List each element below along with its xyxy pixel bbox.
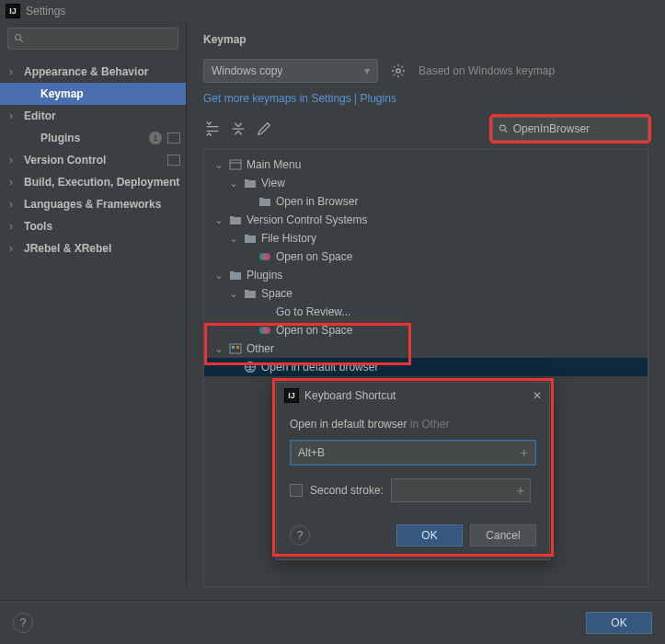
help-button[interactable]: ? bbox=[290, 525, 310, 546]
dialog-action-context: in Other bbox=[410, 418, 450, 431]
globe-icon bbox=[243, 360, 258, 374]
sidebar-item-editor[interactable]: ›Editor bbox=[0, 105, 186, 127]
keymap-search-field[interactable] bbox=[513, 122, 642, 135]
folder-icon bbox=[258, 194, 272, 209]
tree-row-label: View bbox=[261, 177, 285, 190]
tree-row-label: File History bbox=[261, 232, 316, 245]
svg-rect-22 bbox=[236, 346, 239, 349]
tree-row-label: Plugins bbox=[247, 269, 282, 282]
based-on-text: Based on Windows keymap bbox=[418, 64, 555, 77]
other-icon bbox=[228, 341, 243, 356]
svg-rect-20 bbox=[230, 344, 241, 353]
second-stroke-input[interactable]: + bbox=[391, 478, 531, 502]
space-icon bbox=[258, 323, 272, 338]
search-icon bbox=[499, 123, 510, 135]
tree-row-version-control-systems[interactable]: ⌄Version Control Systems bbox=[204, 211, 648, 229]
gear-icon[interactable] bbox=[391, 63, 406, 78]
tree-row-view[interactable]: ⌄View bbox=[204, 174, 648, 192]
page-title: Keymap bbox=[203, 33, 648, 46]
tree-row-other[interactable]: ⌄Other bbox=[204, 339, 648, 358]
app-icon: IJ bbox=[284, 388, 299, 403]
chevron-right-icon: › bbox=[9, 242, 18, 255]
svg-line-10 bbox=[402, 66, 403, 67]
sidebar-item-plugins[interactable]: Plugins1 bbox=[0, 127, 186, 149]
modified-tag-icon bbox=[167, 132, 180, 144]
titlebar: IJ Settings bbox=[0, 0, 665, 22]
panel-icon bbox=[228, 157, 243, 172]
dialog-title: Keyboard Shortcut bbox=[304, 389, 396, 402]
tree-row-space[interactable]: ⌄Space bbox=[204, 284, 648, 303]
search-icon bbox=[14, 33, 25, 44]
sidebar-item-build-execution-deployment[interactable]: ›Build, Execution, Deployment bbox=[0, 171, 186, 193]
keymap-search-input[interactable] bbox=[492, 117, 648, 141]
sidebar-item-label: Tools bbox=[24, 220, 180, 233]
chevron-down-icon: ▾ bbox=[364, 64, 370, 77]
folder-icon bbox=[228, 268, 243, 282]
tree-row-open-in-default-browser[interactable]: Open in default browser bbox=[204, 358, 648, 376]
first-stroke-input[interactable]: Alt+B + bbox=[290, 440, 536, 466]
svg-line-8 bbox=[402, 75, 403, 75]
chevron-right-icon: › bbox=[9, 198, 18, 211]
window-title: Settings bbox=[26, 5, 65, 17]
sidebar-item-label: Version Control bbox=[24, 154, 166, 167]
svg-point-19 bbox=[263, 327, 270, 334]
svg-rect-21 bbox=[232, 346, 235, 349]
keymap-toolbar bbox=[203, 114, 648, 144]
svg-point-2 bbox=[396, 69, 400, 73]
close-icon[interactable]: ✕ bbox=[533, 389, 542, 402]
tree-row-plugins[interactable]: ⌄Plugins bbox=[204, 266, 648, 284]
plus-icon: + bbox=[517, 483, 524, 498]
sidebar-item-appearance-behavior[interactable]: ›Appearance & Behavior bbox=[0, 61, 186, 83]
tree-row-open-in-browser[interactable]: Open in Browser bbox=[204, 192, 648, 211]
modified-tag-icon bbox=[167, 155, 180, 166]
dialog-action-name: Open in default browser bbox=[290, 418, 407, 431]
second-stroke-checkbox[interactable] bbox=[290, 484, 303, 497]
sidebar-item-version-control[interactable]: ›Version Control bbox=[0, 149, 186, 171]
svg-rect-14 bbox=[230, 160, 241, 169]
keymap-scheme-select[interactable]: Windows copy ▾ bbox=[203, 59, 378, 83]
help-button[interactable]: ? bbox=[13, 613, 33, 633]
sidebar-item-keymap[interactable]: Keymap bbox=[0, 83, 186, 105]
first-stroke-value: Alt+B bbox=[298, 446, 325, 459]
folder-icon bbox=[243, 176, 258, 190]
chevron-down-icon: ⌄ bbox=[228, 232, 239, 245]
sidebar-item-jrebel-xrebel[interactable]: ›JRebel & XRebel bbox=[0, 237, 186, 259]
chevron-down-icon: ⌄ bbox=[228, 177, 239, 190]
tree-row-open-on-space[interactable]: Open on Space bbox=[204, 247, 648, 266]
tree-row-file-history[interactable]: ⌄File History bbox=[204, 229, 648, 247]
sidebar-search[interactable] bbox=[7, 28, 178, 50]
chevron-down-icon: ⌄ bbox=[228, 287, 239, 300]
tree-row-label: Go to Review... bbox=[276, 305, 350, 318]
chevron-down-icon: ⌄ bbox=[213, 269, 224, 282]
sidebar-item-tools[interactable]: ›Tools bbox=[0, 215, 186, 237]
tree-row-open-on-space[interactable]: Open on Space bbox=[204, 321, 648, 339]
get-keymaps-link[interactable]: Get more keymaps in Settings | Plugins bbox=[203, 92, 648, 105]
bottom-bar: ? OK bbox=[0, 600, 665, 644]
chevron-right-icon: › bbox=[9, 176, 18, 189]
none-icon bbox=[258, 305, 272, 319]
expand-all-icon[interactable] bbox=[203, 120, 222, 138]
cancel-button[interactable]: Cancel bbox=[470, 524, 536, 546]
tree-row-label: Other bbox=[247, 342, 274, 355]
tree-row-go-to-review-[interactable]: Go to Review... bbox=[204, 303, 648, 321]
collapse-all-icon[interactable] bbox=[229, 120, 247, 138]
ok-button[interactable]: OK bbox=[586, 612, 652, 634]
sidebar-item-label: Build, Execution, Deployment bbox=[24, 176, 180, 189]
svg-point-17 bbox=[263, 253, 270, 260]
badge: 1 bbox=[149, 132, 162, 144]
tree-row-main-menu[interactable]: ⌄Main Menu bbox=[204, 155, 648, 174]
ok-button[interactable]: OK bbox=[396, 524, 463, 546]
svg-point-0 bbox=[16, 35, 21, 40]
edit-icon[interactable] bbox=[255, 120, 273, 138]
folder-icon bbox=[228, 213, 243, 227]
second-stroke-label: Second stroke: bbox=[310, 484, 384, 497]
sidebar-item-label: JRebel & XRebel bbox=[24, 242, 180, 255]
svg-point-12 bbox=[499, 125, 505, 131]
folder-icon bbox=[243, 286, 258, 301]
sidebar: ›Appearance & BehaviorKeymap›EditorPlugi… bbox=[0, 22, 187, 587]
tree-row-label: Open on Space bbox=[276, 324, 352, 337]
sidebar-item-languages-frameworks[interactable]: ›Languages & Frameworks bbox=[0, 193, 186, 215]
tree-row-label: Version Control Systems bbox=[247, 213, 367, 226]
tree-row-label: Main Menu bbox=[247, 158, 301, 171]
keyboard-shortcut-dialog: IJ Keyboard Shortcut ✕ Open in default b… bbox=[276, 382, 550, 560]
